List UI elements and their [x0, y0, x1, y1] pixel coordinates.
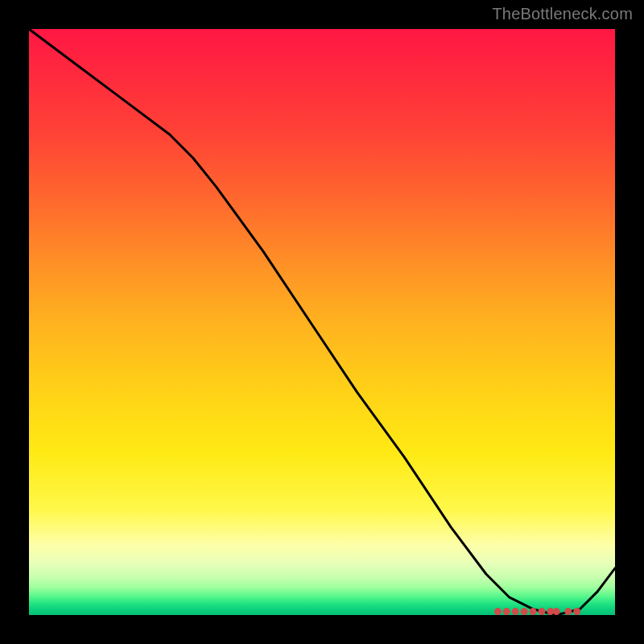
plot-area [29, 29, 615, 615]
trough-dot [521, 608, 528, 615]
trough-dot [512, 608, 519, 615]
chart-overlay [29, 29, 615, 615]
watermark-text: TheBottleneck.com [492, 5, 633, 23]
curve-line [29, 29, 615, 615]
trough-dot [530, 608, 537, 615]
trough-dot [573, 608, 580, 615]
trough-dot [503, 608, 510, 615]
chart-frame: TheBottleneck.com [0, 0, 644, 644]
trough-dot [564, 608, 572, 615]
trough-dot [539, 608, 546, 615]
trough-dot [553, 608, 560, 615]
trough-dot [494, 608, 502, 615]
